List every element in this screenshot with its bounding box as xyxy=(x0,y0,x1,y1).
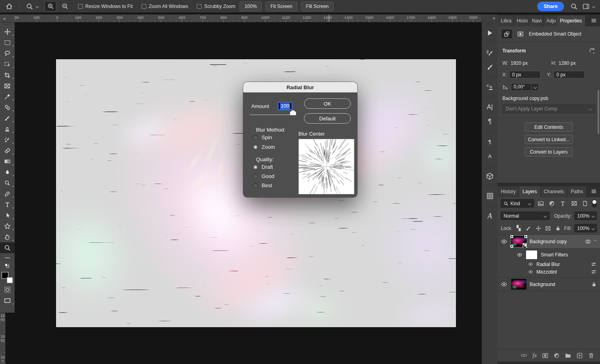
visibility-eye-icon[interactable] xyxy=(498,238,510,245)
fit-screen-button[interactable]: Fit Screen xyxy=(266,2,297,11)
blur-center-preview[interactable] xyxy=(298,139,354,194)
zoom-level-button[interactable]: 100% xyxy=(240,2,262,11)
horizontal-ruler[interactable]: 2001000100200300400500600700800900100011… xyxy=(14,14,482,22)
character-styles-panel-icon[interactable]: A xyxy=(482,149,498,163)
x-input[interactable] xyxy=(509,71,540,78)
dialog-title[interactable]: Radial Blur xyxy=(243,82,357,92)
brush-settings-panel-icon[interactable] xyxy=(482,46,498,60)
brushes-panel-icon[interactable] xyxy=(482,60,498,74)
collapse-filters-icon[interactable]: ⌃ xyxy=(594,239,597,244)
filter-name[interactable]: Mezzotint xyxy=(536,269,557,275)
eyedropper-tool[interactable] xyxy=(0,91,15,102)
toolbar-expand-button[interactable]: » xyxy=(0,14,14,22)
filter-name[interactable]: Radial Blur xyxy=(536,262,560,267)
opacity-input[interactable]: 100% xyxy=(574,212,597,220)
drag-handle[interactable] xyxy=(4,24,11,25)
crop-tool[interactable] xyxy=(0,70,15,80)
link-layers-icon[interactable] xyxy=(520,352,527,359)
paragraph-panel-icon[interactable]: ¶ xyxy=(482,114,498,129)
smart-object-icon[interactable] xyxy=(502,30,512,38)
materials-panel-icon[interactable] xyxy=(482,169,498,183)
clone-stamp-tool[interactable] xyxy=(0,124,15,134)
convert-to-linked-button[interactable]: Convert to Linked... xyxy=(525,135,573,144)
smart-filters-row[interactable]: Smart Filters xyxy=(498,248,600,260)
quality-best-radio[interactable]: Best xyxy=(253,182,272,188)
edit-contents-button[interactable]: Edit Contents xyxy=(525,122,573,132)
brush-tool[interactable] xyxy=(0,113,15,124)
tab-histogram[interactable]: Histo xyxy=(514,16,529,26)
glyphs-panel-icon[interactable]: A xyxy=(482,209,498,223)
zoom-tool-icon[interactable] xyxy=(24,1,36,12)
chevron-down-icon[interactable] xyxy=(592,5,595,8)
lock-pixels-icon[interactable] xyxy=(525,224,532,232)
slider-thumb[interactable] xyxy=(290,110,296,115)
paragraph-styles-panel-icon[interactable]: ¶ xyxy=(482,134,498,149)
layer-comp-select[interactable]: Don't Apply Layer Comp xyxy=(502,104,595,113)
delete-layer-icon[interactable] xyxy=(588,352,594,359)
method-zoom-radio[interactable]: Zoom xyxy=(253,144,275,150)
new-layer-icon[interactable] xyxy=(576,352,583,359)
zoom-tool[interactable] xyxy=(0,242,15,253)
panel-menu-icon[interactable] xyxy=(588,188,600,197)
angle-dropdown-icon[interactable] xyxy=(532,83,539,91)
tab-history[interactable]: History xyxy=(498,186,519,197)
tab-adjustments[interactable]: Adju xyxy=(543,16,557,26)
add-mask-icon[interactable] xyxy=(542,352,548,359)
y-input[interactable] xyxy=(554,71,585,78)
gradient-tool[interactable] xyxy=(0,156,15,167)
clone-source-panel-icon[interactable] xyxy=(482,80,498,94)
convert-to-layers-button[interactable]: Convert to Layers xyxy=(525,147,573,156)
dodge-tool[interactable] xyxy=(0,178,15,188)
lock-position-icon[interactable] xyxy=(535,224,542,232)
layer-row-background-copy[interactable]: Background copy ⌃ xyxy=(498,235,600,248)
lasso-tool[interactable] xyxy=(0,48,15,59)
filter-shape-layers-icon[interactable] xyxy=(570,200,578,208)
panel-menu-icon[interactable] xyxy=(588,18,600,26)
fill-screen-button[interactable]: Fill Screen xyxy=(301,2,334,11)
filter-type-layers-icon[interactable] xyxy=(559,200,567,208)
tab-layers[interactable]: Layers xyxy=(519,186,540,197)
object-selection-tool[interactable] xyxy=(0,59,15,70)
tab-properties[interactable]: Properties xyxy=(557,16,586,26)
tab-channels[interactable]: Channels xyxy=(540,186,568,197)
smart-filter-indicator-icon[interactable] xyxy=(585,238,591,245)
frame-tool[interactable] xyxy=(0,80,15,91)
actions-panel-icon[interactable] xyxy=(482,26,498,40)
visibility-eye-icon[interactable] xyxy=(517,252,522,258)
visibility-eye-icon[interactable] xyxy=(528,269,533,274)
reset-transform-icon[interactable] xyxy=(589,48,595,54)
layer-row-background[interactable]: Background xyxy=(498,277,600,291)
share-button[interactable]: Share xyxy=(537,2,564,11)
blend-mode-select[interactable]: Normal xyxy=(501,212,550,220)
filter-mask-thumbnail[interactable] xyxy=(526,250,538,260)
zoom-all-windows-checkbox[interactable]: Zoom All Windows xyxy=(142,4,188,9)
hand-tool[interactable] xyxy=(0,232,15,242)
character-panel-icon[interactable]: A| xyxy=(482,100,498,114)
workspace-icon[interactable] xyxy=(580,1,592,12)
path-selection-tool[interactable] xyxy=(0,210,15,221)
patterns-panel-icon[interactable] xyxy=(482,189,498,203)
layer-thumbnail[interactable] xyxy=(511,236,526,247)
filter-smart-objects-icon[interactable] xyxy=(581,200,589,208)
layer-effects-icon[interactable]: fx xyxy=(532,352,537,359)
filter-row-mezzotint[interactable]: Mezzotint xyxy=(498,268,600,277)
method-spin-radio[interactable]: Spin xyxy=(253,134,272,140)
quality-good-radio[interactable]: Good xyxy=(253,173,274,179)
edit-toolbar-button[interactable] xyxy=(0,253,15,262)
resize-windows-checkbox[interactable]: Resize Windows to Fit xyxy=(78,4,133,9)
new-group-icon[interactable] xyxy=(565,352,571,359)
filter-row-radial-blur[interactable]: Radial Blur xyxy=(498,260,600,268)
marquee-tool[interactable] xyxy=(0,37,15,48)
zoom-in-icon[interactable] xyxy=(44,1,56,12)
scrollbar-thumb[interactable] xyxy=(598,90,599,134)
layer-name[interactable]: Background copy xyxy=(530,239,567,244)
lock-artboard-icon[interactable] xyxy=(544,224,552,232)
home-icon[interactable] xyxy=(3,1,15,12)
default-button[interactable]: Default xyxy=(304,113,351,124)
filter-blend-options-icon[interactable] xyxy=(591,261,597,267)
chevron-down-icon[interactable] xyxy=(36,5,39,8)
fill-input[interactable]: 100% xyxy=(574,224,597,232)
angle-input[interactable]: 0,00° xyxy=(511,83,532,91)
history-brush-tool[interactable] xyxy=(0,134,15,145)
tab-navigator[interactable]: Navi xyxy=(529,16,543,26)
